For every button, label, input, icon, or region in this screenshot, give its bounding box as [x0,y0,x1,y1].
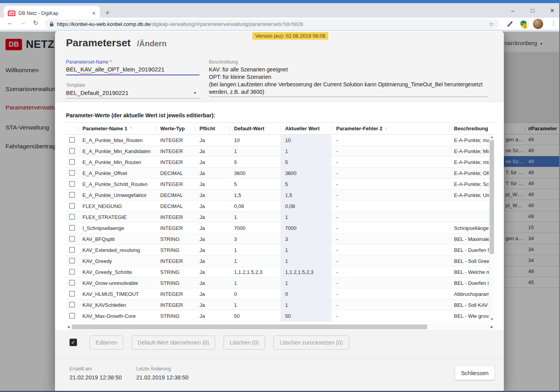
parameterset-name-label: Parameterset-Name * [66,59,112,65]
bookmark-star-icon[interactable]: ☆ [489,21,494,28]
row-checkbox[interactable] [69,181,75,187]
cell-aktueller-wert[interactable]: 5 [280,157,331,168]
scroll-left-icon[interactable]: ◄ [67,325,70,329]
table-row: E_A_Punkte_UmwegefaktorDECIMALJa1,51,5-E… [66,190,489,201]
beschreibung-text[interactable]: KAV: für alle Szenarien geeignet OPT: fü… [209,66,491,96]
cell-aktueller-wert[interactable]: 0,08 [280,201,331,211]
header-beschreibung[interactable]: Beschreibung [449,123,489,135]
table-row: FLEX_NEIGUNGDECIMALJa0,080,08- [66,201,489,211]
table-row: E_A_Punkte_Max_RoutenINTEGERJa1010-E-A-P… [66,135,489,146]
reload-button[interactable]: ↻ [33,19,38,27]
row-checkbox[interactable] [69,192,75,198]
header-parameter-fehler[interactable]: Parameter-Fehler 2↓ [331,123,449,135]
row-checkbox[interactable] [69,302,75,308]
window-maximize-button[interactable]: □ [529,7,536,14]
loeschen-button[interactable]: Löschen (0) [223,335,265,350]
editieren-button[interactable]: Editieren [90,335,123,350]
cell-werte-typ: DECIMAL [156,168,195,179]
cell-pflicht: Ja [195,135,229,146]
scroll-up-icon[interactable]: ▲ [489,135,494,139]
cell-parameter-fehler: - [331,190,449,201]
cell-aktueller-wert[interactable]: 1 [280,244,331,255]
row-checkbox[interactable] [69,280,75,286]
cell-parameter-fehler: - [331,211,449,222]
db-favicon-icon: DB [8,11,15,16]
loeschen-zuruecksetzen-button[interactable]: Löschen zurücksetzen (0) [273,335,349,350]
cell-aktueller-wert[interactable]: 1,5 [280,190,331,201]
cell-aktueller-wert[interactable]: 1 [280,277,331,288]
row-checkbox[interactable] [69,137,75,143]
table-row: KAV_KAVSchleifenINTEGERJa11-BEL - Soll K… [66,299,489,310]
row-checkbox-cell [66,266,78,277]
template-select[interactable]: BEL_Default_20190221 [66,89,128,96]
cell-aktueller-wert[interactable]: 5 [280,179,331,190]
cell-aktueller-wert[interactable]: 1,1.2,1.5,2,3 [280,266,331,277]
cell-pflicht: Ja [195,233,229,244]
row-checkbox[interactable] [69,291,75,297]
template-dropdown-icon[interactable]: ▼ [193,91,197,95]
row-checkbox[interactable] [69,313,75,319]
browser-toolbar: ← → ↻ https://konbel-eu-web.konbel.comp.… [0,18,560,31]
parameter-table: Parameter-Name 1↑ Werte-Typ Pflicht Defa… [66,122,494,321]
scroll-right-icon[interactable]: ► [490,325,494,329]
header-checkbox-cell [66,123,78,135]
cell-parameter-fehler: - [331,266,449,277]
cell-aktueller-wert[interactable]: 1 [280,146,331,157]
horizontal-scrollbar[interactable]: ◄ ► [66,324,494,330]
row-checkbox[interactable] [69,159,75,165]
cell-parameter-name: KAV_KAVSchleifen [78,299,156,310]
cell-aktueller-wert[interactable]: 0 [280,288,331,299]
header-pflicht[interactable]: Pflicht [195,123,229,135]
row-checkbox-cell [66,222,78,233]
tab-close-icon[interactable]: ✕ [92,11,96,16]
new-tab-button[interactable]: + [105,9,110,17]
cell-aktueller-wert[interactable]: 1 [280,255,331,266]
row-checkbox[interactable] [69,225,75,231]
row-checkbox-cell [66,211,78,222]
horizontal-scroll-thumb[interactable] [72,325,427,329]
cell-parameter-fehler: - [331,255,449,266]
cell-aktueller-wert[interactable]: 50 [280,310,331,321]
default-wert-uebernehmen-button[interactable]: Default-Wert übernehmen (0) [132,335,215,350]
header-werte-typ[interactable]: Werte-Typ [156,123,195,135]
browser-menu-icon[interactable]: ⋮ [551,20,556,27]
letzte-aenderung-label: Letzte Änderung [136,366,171,372]
row-checkbox[interactable] [69,148,75,154]
scroll-down-icon[interactable]: ▼ [489,317,494,321]
version-badge: Version (eu): 02.08.2019 06:08 [253,32,328,40]
cell-werte-typ: INTEGER [156,222,195,233]
cell-aktueller-wert[interactable]: 3600 [280,168,331,179]
row-checkbox[interactable] [69,258,75,264]
cell-aktueller-wert[interactable]: 7000 [280,222,331,233]
header-parameter-name[interactable]: Parameter-Name 1↑ [78,123,156,135]
row-checkbox[interactable] [69,170,75,176]
eyedropper-extension-icon[interactable] [506,20,513,29]
cell-default-wert: 1 [229,299,280,310]
header-default-wert[interactable]: Default-Wert [229,123,280,135]
vertical-scrollbar[interactable]: ▲ ▼ [489,135,494,322]
row-checkbox[interactable] [69,203,75,209]
cell-aktueller-wert[interactable]: 1 [280,211,331,222]
window-close-button[interactable]: ✕ [548,7,556,14]
cell-aktueller-wert[interactable]: 3 [280,233,331,244]
cell-werte-typ: INTEGER [156,135,195,146]
cell-aktueller-wert[interactable]: 1 [280,299,331,310]
forward-button[interactable]: → [20,19,26,26]
header-aktueller-wert[interactable]: Aktueller Wert [280,123,331,135]
cell-beschreibung: BEL - Maximale [449,233,489,244]
row-checkbox[interactable] [69,247,75,253]
profile-avatar[interactable] [533,19,543,29]
select-all-checkbox[interactable]: ✓ [70,339,77,346]
schliessen-button[interactable]: Schliessen [455,366,494,380]
cell-aktueller-wert[interactable]: 10 [280,135,331,146]
back-button[interactable]: ← [7,19,13,26]
window-minimize-button[interactable]: – [509,7,517,14]
row-checkbox[interactable] [69,236,75,242]
parameterset-name-input[interactable]: BEL_KAV_alle_OPT_klein_20190221 [66,66,165,73]
cell-parameter-name: E_A_Punkte_Schritt_Routen [78,179,156,190]
globe-extension-icon[interactable]: ! [519,20,528,30]
row-checkbox[interactable] [69,269,75,275]
vertical-scroll-thumb[interactable] [490,140,494,254]
row-checkbox[interactable] [69,214,75,220]
url-bar[interactable]: https://konbel-eu-web.konbel.comp.db.de/… [45,19,499,29]
